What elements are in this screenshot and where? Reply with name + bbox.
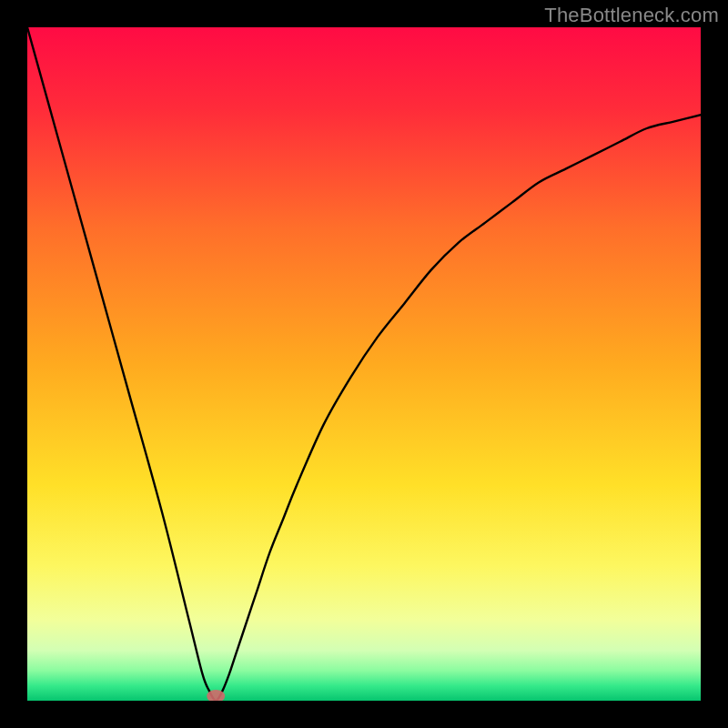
gradient-background xyxy=(27,27,701,701)
chart-frame: TheBottleneck.com xyxy=(0,0,728,728)
watermark-text: TheBottleneck.com xyxy=(544,4,719,27)
bottleneck-chart xyxy=(27,27,701,701)
